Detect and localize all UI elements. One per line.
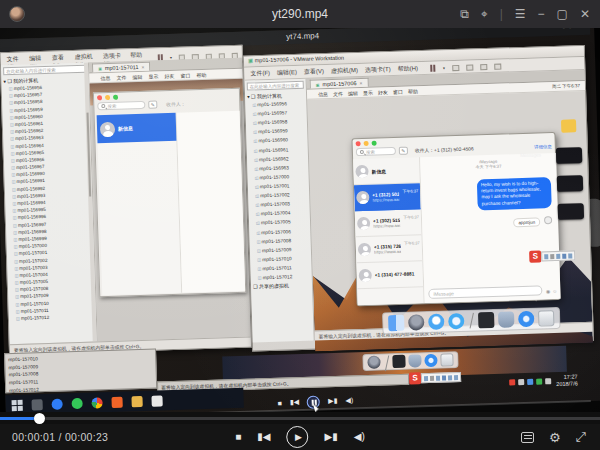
avatar xyxy=(355,165,368,178)
player-seekzone[interactable] xyxy=(0,412,600,424)
menu-item: 帮助(H) xyxy=(398,64,419,74)
next-button[interactable]: ▶▮ xyxy=(325,432,338,442)
menu-item: 编辑(E) xyxy=(277,68,297,78)
menu-icon[interactable]: ☰ xyxy=(515,7,526,21)
inner-next-icon: ▶▮ xyxy=(328,397,337,405)
mac-menu-item: 编辑 xyxy=(132,73,142,79)
vmware-window-left: 文件(F)编辑(E)查看(V)虚拟机(M)选项卡(T)帮助(H) ▾ 在此处输入… xyxy=(0,45,252,355)
toolbar-icon xyxy=(452,64,459,70)
vmware-window-right: ▣ mp01-157006 - VMware Workstation 文件(F)… xyxy=(243,45,594,352)
notification-banner: Messages xyxy=(556,147,582,164)
taskbar-app-icon xyxy=(51,398,62,409)
avatar xyxy=(359,269,372,282)
time-display: 00:00:01 / 00:00:23 xyxy=(12,431,108,443)
tray-icon xyxy=(509,379,515,385)
mac-menu-item: 信息 xyxy=(318,91,328,97)
inner-player-title: yt74.mp4 xyxy=(286,31,319,41)
mac-menus: 信息文件编辑显示好友窗口帮助 xyxy=(100,71,206,80)
sogou-icon: S xyxy=(529,250,541,262)
search-icon xyxy=(360,150,364,154)
previous-button[interactable]: ▮◀ xyxy=(257,432,270,442)
vm-library-sidebar-right: 在此处输入内容进行搜索 ▾ ❑ 我的计算机 mp01-156956mp01-15… xyxy=(245,79,315,343)
search-icon xyxy=(101,104,105,108)
safari-icon xyxy=(448,313,464,329)
chat-bubble-outgoing: Hello, my wish is to do high-return inve… xyxy=(477,177,552,210)
play-button[interactable]: ▶ xyxy=(287,426,309,448)
to-field-left: 收件人： xyxy=(166,101,185,108)
emoji-icon: ☺ xyxy=(552,288,557,294)
vm-library-sidebar-left: 在此处输入内容进行搜索 ▾ ❑ 我的计算机 mp01-156956mp01-15… xyxy=(1,63,98,345)
tab-close-icon: × xyxy=(359,80,362,86)
avatar xyxy=(357,217,370,230)
close-button[interactable]: ✕ xyxy=(580,7,590,21)
taskbar-app-icon xyxy=(31,399,42,410)
player-titlebar: yt290.mp4 ⧉ ⌖ | ☰ − ▢ ✕ xyxy=(0,0,600,28)
minimize-button[interactable]: − xyxy=(538,7,545,21)
taskbar-app-icon xyxy=(111,396,122,407)
trash-icon xyxy=(440,353,453,366)
launchpad-icon xyxy=(367,356,380,369)
traffic-lights xyxy=(97,95,118,101)
avatar xyxy=(356,191,369,204)
tray-icon xyxy=(536,378,542,384)
vm-search-input: 在此处输入内容进行搜索 xyxy=(247,81,304,91)
toolbar-icon xyxy=(494,63,501,69)
mac-menu-item: 文件 xyxy=(333,90,343,96)
notification-label: Messages xyxy=(520,152,541,158)
compose-icon: ✎ xyxy=(148,100,157,108)
app-store-icon xyxy=(518,311,534,327)
mac-menu-item: 帮助 xyxy=(408,88,418,94)
chat-pane: iMessage 今天 下午6:37 Hello, my wish is to … xyxy=(420,153,561,303)
terminal-icon xyxy=(478,312,494,328)
maximize-button[interactable]: ▢ xyxy=(557,7,568,21)
vm-search-input: 在此处输入内容进行搜索 xyxy=(3,65,86,76)
taskbar-app-icon xyxy=(151,395,162,406)
terminal-icon xyxy=(392,355,405,368)
inner-volume-icon: ◀) xyxy=(345,396,353,404)
seek-knob[interactable] xyxy=(34,413,45,424)
sogou-icon: S xyxy=(409,372,421,384)
new-message-row: 新信息 xyxy=(97,113,177,143)
send-progress-icon xyxy=(544,216,552,224)
trash-icon xyxy=(538,310,554,326)
playlist-icon[interactable] xyxy=(521,432,534,443)
mac-dock-2 xyxy=(362,351,458,371)
sogou-strip xyxy=(421,372,461,383)
fullscreen-icon[interactable]: ⤢ xyxy=(576,429,586,445)
mac-menu-item: 文件 xyxy=(116,74,126,80)
seekbar[interactable] xyxy=(0,417,600,420)
sogou-toolbar-bottom: S xyxy=(409,371,461,385)
finder-icon xyxy=(388,315,404,331)
vm-tab: ▣mp01-157006× xyxy=(310,78,369,89)
capture-icon[interactable]: ⧉ xyxy=(460,7,469,21)
player-logo-icon xyxy=(9,6,25,22)
settings-gear-icon[interactable]: ⚙ xyxy=(549,430,561,445)
inner-stop-icon: ■ xyxy=(278,399,282,406)
video-area[interactable]: yt74.mp4 ▫▫▫ 文件(F)编辑(E)查看(V)虚拟机(M)选项卡(T)… xyxy=(0,28,600,412)
start-button-icon xyxy=(12,399,23,410)
conversation-row: +1 (312) 502-4506 https://new.aashtml.co… xyxy=(354,183,421,211)
messages-search-left: 搜索 xyxy=(97,101,145,111)
player-controls: 00:00:01 / 00:00:23 ■ ▮◀ ▶ ▶▮ ◀) ⚙ ⤢ xyxy=(0,424,600,450)
stop-button[interactable]: ■ xyxy=(235,432,241,442)
tray-icon xyxy=(545,378,551,384)
pin-icon[interactable]: ⌖ xyxy=(481,7,488,21)
mac-menu-item: 信息 xyxy=(100,74,110,80)
taskbar-app-icon xyxy=(71,397,82,408)
titlebar-separator: | xyxy=(500,7,503,21)
vm-list-left: mp01-156956mp01-156957mp01-156958mp01-15… xyxy=(2,83,96,323)
mac-menus: 信息文件编辑显示好友窗口帮助 xyxy=(318,88,418,97)
notes-notification-icon xyxy=(561,119,576,132)
mac-menu-item: 显示 xyxy=(148,73,158,79)
menu-item: 虚拟机(M) xyxy=(331,66,358,76)
imessage-input: iMessage xyxy=(428,285,542,299)
conversation-row: +1 (302) 515-5038 https://new.aashtml.co… xyxy=(355,209,422,237)
volume-button[interactable]: ◀) xyxy=(354,432,365,442)
chat-reply-pill: apptojun xyxy=(513,217,540,227)
system-tray: 17:27 2018/7/6 xyxy=(509,367,596,396)
launchpad-icon xyxy=(408,314,424,330)
vm-list-right: mp01-156956mp01-156957mp01-156958mp01-15… xyxy=(245,99,312,283)
to-field-right: 收件人：+1 (312) 502-4506 xyxy=(415,146,474,154)
vmware-right-title: mp01-157006 - VMware Workstation xyxy=(255,55,345,64)
compose-icon: ✎ xyxy=(399,147,408,155)
